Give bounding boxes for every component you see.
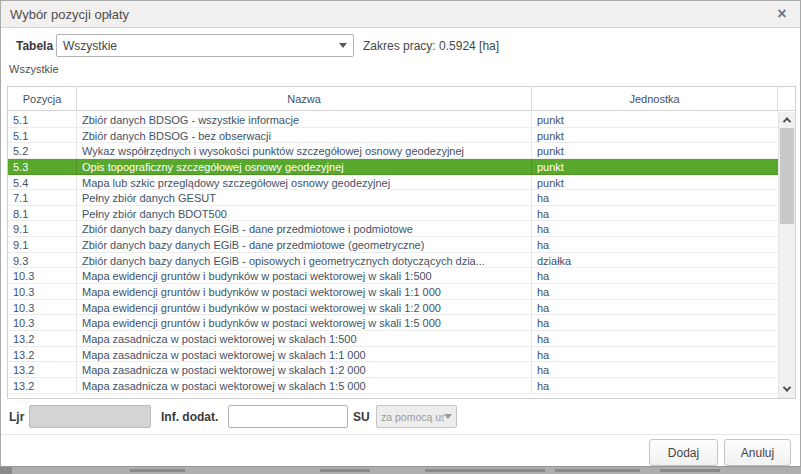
cell-pozycja: 10.3: [8, 315, 77, 330]
cell-jednostka: działka: [532, 253, 778, 268]
grid-header: Pozycja Nazwa Jednostka: [8, 87, 795, 111]
table-select[interactable]: Wszystkie: [56, 34, 354, 57]
table-row[interactable]: 10.3Mapa ewidencji gruntów i budynków w …: [8, 284, 778, 300]
dialog-titlebar: Wybór pozycji opłaty ×: [1, 1, 800, 28]
cancel-button[interactable]: Anuluj: [724, 439, 791, 466]
close-icon[interactable]: ×: [773, 5, 791, 23]
work-scope-label: Zakres pracy:: [363, 39, 436, 53]
cell-nazwa: Zbiór danych BDSOG - bez obserwacji: [77, 128, 532, 143]
table-row[interactable]: 13.2Mapa zasadnicza w postaci wektorowej…: [8, 347, 778, 363]
statusbar-text-fragment: [320, 469, 370, 472]
scroll-up-button[interactable]: [779, 112, 795, 127]
table-row[interactable]: 8.1Pełny zbiór danych BDOT500ha: [8, 206, 778, 222]
cell-jednostka: ha: [532, 315, 778, 330]
cell-jednostka: ha: [532, 284, 778, 299]
cell-pozycja: 10.3: [8, 300, 77, 315]
cell-pozycja: 7.1: [8, 190, 77, 205]
cell-nazwa: Mapa ewidencji gruntów i budynków w post…: [77, 315, 532, 330]
su-label: SU: [353, 410, 370, 424]
work-scope-value: 0.5924 [ha]: [439, 39, 499, 53]
cell-jednostka: punkt: [532, 143, 778, 158]
cell-jednostka: punkt: [532, 112, 778, 127]
cell-nazwa: Pełny zbiór danych BDOT500: [77, 206, 532, 221]
work-scope: Zakres pracy: 0.5924 [ha]: [363, 39, 499, 53]
table-row[interactable]: 9.3Zbiór danych bazy danych EGiB - opiso…: [8, 253, 778, 269]
cell-nazwa: Mapa zasadnicza w postaci wektorowej w s…: [77, 362, 532, 377]
cell-pozycja: 5.1: [8, 128, 77, 143]
ljr-label: Ljr: [9, 410, 24, 424]
cell-pozycja: 5.2: [8, 143, 77, 158]
fee-position-dialog: Wybór pozycji opłaty × Tabela Wszystkie …: [0, 0, 801, 467]
cell-nazwa: Zbiór danych bazy danych EGiB - dane prz…: [77, 221, 532, 236]
table-label: Tabela: [16, 39, 53, 53]
vertical-scrollbar[interactable]: [778, 112, 795, 398]
group-caption: Wszystkie: [9, 63, 59, 75]
table-row[interactable]: 9.1Zbiór danych bazy danych EGiB - dane …: [8, 237, 778, 253]
cell-nazwa: Zbiór danych bazy danych EGiB - dane prz…: [77, 237, 532, 252]
cell-jednostka: ha: [532, 268, 778, 283]
column-header-jednostka[interactable]: Jednostka: [532, 87, 778, 110]
cell-nazwa: Mapa zasadnicza w postaci wektorowej w s…: [77, 378, 532, 393]
cell-jednostka: ha: [532, 362, 778, 377]
table-row[interactable]: 5.3Opis topograficzny szczegółowej osnow…: [8, 159, 778, 175]
cell-nazwa: Mapa lub szkic przeglądowy szczegółowej …: [77, 175, 532, 190]
cell-nazwa: Zbiór danych bazy danych EGiB - opisowyc…: [77, 253, 532, 268]
table-row[interactable]: 5.1Zbiór danych BDSOG - bez obserwacjipu…: [8, 128, 778, 144]
statusbar-text-fragment: [425, 469, 545, 472]
cell-pozycja: 5.1: [8, 112, 77, 127]
table-row[interactable]: 5.2Wykaz współrzędnych i wysokości punkt…: [8, 143, 778, 159]
su-select-value: za pomocą usług ...: [381, 411, 444, 423]
cell-nazwa: Mapa ewidencji gruntów i budynków w post…: [77, 268, 532, 283]
statusbar-text-fragment: [555, 469, 640, 472]
cell-pozycja: 13.2: [8, 331, 77, 346]
chevron-down-icon: [783, 383, 791, 391]
scrollbar-thumb[interactable]: [780, 128, 794, 224]
table-row[interactable]: 7.1Pełny zbiór danych GESUTha: [8, 190, 778, 206]
cell-nazwa: Zbiór danych BDSOG - wszystkie informacj…: [77, 112, 532, 127]
table-row[interactable]: 13.2Mapa zasadnicza w postaci wektorowej…: [8, 331, 778, 347]
cell-pozycja: 13.2: [8, 378, 77, 393]
scroll-down-button[interactable]: [779, 381, 795, 396]
cell-nazwa: Wykaz współrzędnych i wysokości punktów …: [77, 143, 532, 158]
cell-jednostka: ha: [532, 206, 778, 221]
cell-jednostka: ha: [532, 347, 778, 362]
table-row[interactable]: 5.1Zbiór danych BDSOG - wszystkie inform…: [8, 112, 778, 128]
table-row[interactable]: 10.3Mapa ewidencji gruntów i budynków w …: [8, 300, 778, 316]
additional-info-label: Inf. dodat.: [161, 410, 218, 424]
table-row[interactable]: 10.3Mapa ewidencji gruntów i budynków w …: [8, 315, 778, 331]
fee-grid: Pozycja Nazwa Jednostka 5.1Zbiór danych …: [7, 86, 796, 399]
cell-jednostka: ha: [532, 221, 778, 236]
cell-nazwa: Mapa ewidencji gruntów i budynków w post…: [77, 300, 532, 315]
cell-jednostka: ha: [532, 378, 778, 393]
chevron-up-icon: [783, 117, 791, 125]
cell-pozycja: 5.3: [8, 159, 77, 174]
cell-nazwa: Pełny zbiór danych GESUT: [77, 190, 532, 205]
cell-pozycja: 9.1: [8, 221, 77, 236]
table-row[interactable]: 10.3Mapa ewidencji gruntów i budynków w …: [8, 268, 778, 284]
cell-jednostka: ha: [532, 237, 778, 252]
su-select[interactable]: za pomocą usług ...: [376, 405, 457, 428]
table-row[interactable]: 9.1Zbiór danych bazy danych EGiB - dane …: [8, 221, 778, 237]
cell-pozycja: 5.4: [8, 175, 77, 190]
additional-info-field[interactable]: [228, 405, 348, 428]
cell-nazwa: Mapa zasadnicza w postaci wektorowej w s…: [77, 347, 532, 362]
cell-pozycja: 10.3: [8, 268, 77, 283]
table-row[interactable]: 13.2Mapa zasadnicza w postaci wektorowej…: [8, 378, 778, 394]
statusbar-text-fragment: [660, 469, 720, 472]
table-row[interactable]: 13.2Mapa zasadnicza w postaci wektorowej…: [8, 362, 778, 378]
cell-nazwa: Mapa zasadnicza w postaci wektorowej w s…: [77, 331, 532, 346]
table-row[interactable]: 5.4Mapa lub szkic przeglądowy szczegółow…: [8, 175, 778, 191]
cell-jednostka: punkt: [532, 128, 778, 143]
column-header-spacer: [778, 87, 795, 110]
cell-jednostka: ha: [532, 331, 778, 346]
cell-jednostka: ha: [532, 190, 778, 205]
cell-nazwa: Mapa ewidencji gruntów i budynków w post…: [77, 284, 532, 299]
ljr-field[interactable]: [29, 405, 151, 428]
add-button[interactable]: Dodaj: [649, 439, 718, 466]
cell-pozycja: 10.3: [8, 284, 77, 299]
cell-pozycja: 9.1: [8, 237, 77, 252]
underlying-statusbar-block: [0, 467, 12, 474]
column-header-pozycja[interactable]: Pozycja: [8, 87, 77, 110]
chevron-down-icon: [339, 43, 347, 48]
column-header-nazwa[interactable]: Nazwa: [77, 87, 532, 110]
